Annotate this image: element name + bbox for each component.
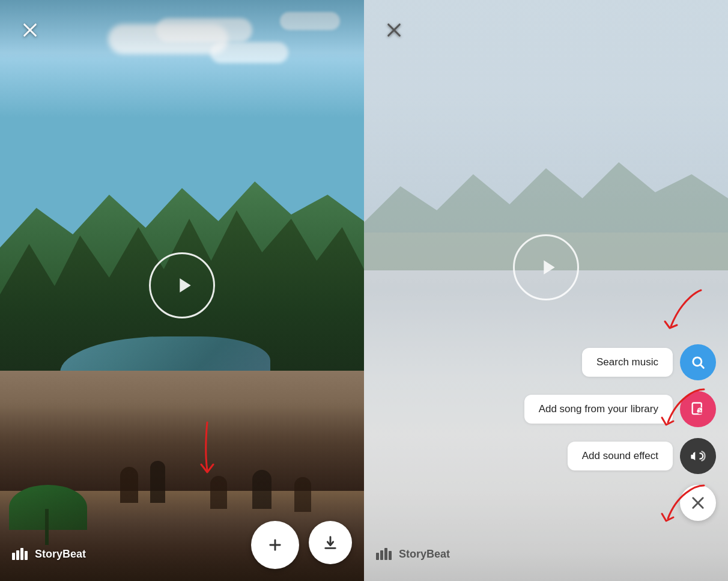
search-music-button[interactable] — [680, 344, 716, 380]
right-storybeat-icon — [376, 548, 394, 560]
svg-rect-24 — [376, 553, 379, 560]
close-button[interactable] — [17, 17, 43, 43]
play-button[interactable] — [149, 252, 215, 318]
music-menu: Search music Add song from your library — [524, 344, 716, 521]
svg-rect-5 — [20, 548, 23, 560]
top-overlay — [0, 0, 364, 60]
svg-rect-26 — [384, 548, 387, 560]
storybeat-icon — [12, 548, 30, 560]
library-arrow — [653, 386, 713, 437]
svg-marker-13 — [544, 260, 554, 274]
search-music-label[interactable]: Search music — [582, 348, 673, 377]
arrow-indicator — [186, 419, 228, 476]
add-sound-row: Add sound effect — [568, 438, 716, 474]
right-bottom-bar: StoryBeat — [364, 527, 728, 581]
svg-line-15 — [700, 365, 703, 368]
svg-marker-2 — [180, 278, 190, 292]
search-arrow — [653, 284, 713, 347]
right-close-button[interactable] — [381, 17, 407, 43]
storybeat-logo: StoryBeat — [12, 548, 86, 561]
svg-rect-27 — [389, 551, 392, 560]
add-song-label[interactable]: Add song from your library — [524, 395, 673, 424]
left-panel: StoryBeat — [0, 0, 364, 581]
sound-arrow — [653, 482, 713, 533]
right-storybeat-label: StoryBeat — [399, 548, 450, 561]
svg-rect-3 — [12, 553, 15, 560]
svg-rect-25 — [380, 550, 383, 560]
action-buttons — [251, 521, 352, 569]
right-storybeat-logo: StoryBeat — [376, 548, 450, 561]
download-button[interactable] — [309, 521, 352, 564]
add-sound-label[interactable]: Add sound effect — [568, 442, 673, 470]
svg-rect-4 — [16, 550, 19, 560]
add-button[interactable] — [251, 521, 299, 569]
search-music-row: Search music — [582, 344, 716, 380]
svg-rect-6 — [25, 551, 28, 560]
right-play-button[interactable] — [513, 234, 579, 300]
storybeat-label: StoryBeat — [35, 548, 86, 561]
add-sound-button[interactable] — [680, 438, 716, 474]
right-panel: Search music Add song from your library — [364, 0, 728, 581]
